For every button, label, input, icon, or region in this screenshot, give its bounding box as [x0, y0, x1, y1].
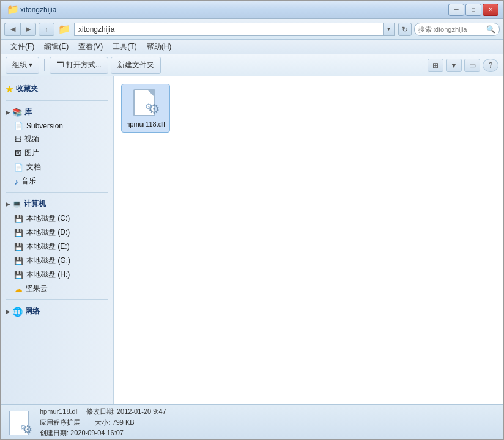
status-info: hpmur118.dll 修改日期: 2012-01-20 9:47 应用程序扩… [40, 406, 166, 439]
computer-icon: 💻 [12, 200, 21, 208]
star-icon: ★ [6, 84, 13, 94]
menu-help[interactable]: 帮助(H) [142, 40, 177, 53]
minimize-button[interactable]: ─ [448, 4, 464, 16]
file-area: ⚙ ⚙ hpmur118.dll [114, 76, 503, 404]
menu-edit[interactable]: 编辑(E) [39, 40, 73, 53]
sidebar-favorites-header[interactable]: ★ 收藏夹 [1, 81, 113, 97]
view-dropdown-button[interactable]: ▼ [446, 59, 462, 72]
disk-e-icon: 💾 [14, 243, 23, 251]
titlebar-controls: ─ □ ✕ [448, 4, 498, 16]
back-button[interactable]: ◀ [4, 23, 20, 36]
computer-expand-arrow: ▶ [6, 201, 10, 207]
new-folder-button[interactable]: 新建文件夹 [111, 57, 161, 74]
disk-h-label: 本地磁盘 (H:) [26, 270, 70, 280]
sidebar-item-disk-g[interactable]: 💾 本地磁盘 (G:) [1, 254, 113, 268]
gear-small-icon: ⚙ [145, 101, 153, 111]
sidebar-computer-header[interactable]: ▶ 💻 计算机 [1, 196, 113, 211]
jgg-label: 坚果云 [26, 284, 48, 294]
disk-d-label: 本地磁盘 (D:) [26, 227, 70, 238]
file-item-dll[interactable]: ⚙ ⚙ hpmur118.dll [121, 84, 170, 133]
status-type: 应用程序扩展 [40, 419, 80, 426]
help-button[interactable]: ? [483, 59, 498, 72]
library-icon: 📚 [12, 108, 22, 117]
maximize-button[interactable]: □ [465, 4, 481, 16]
disk-c-icon: 💾 [14, 215, 23, 223]
status-file-icon: ⚙ ⚙ [8, 409, 32, 436]
network-label: 网络 [25, 306, 40, 317]
menu-file[interactable]: 文件(F) [6, 40, 39, 53]
favorites-label: 收藏夹 [16, 84, 38, 94]
network-expand-arrow: ▶ [6, 309, 10, 315]
music-icon: ♪ [14, 177, 18, 186]
status-size: 大小: 799 KB [95, 419, 134, 426]
sidebar-library-header[interactable]: ▶ 📚 库 [1, 105, 113, 120]
disk-h-icon: 💾 [14, 271, 23, 279]
status-line-3: 创建日期: 2020-09-04 16:07 [40, 428, 166, 439]
details-pane-button[interactable]: ▭ [464, 59, 480, 72]
image-icon: 🖼 [14, 149, 21, 158]
sidebar-item-image[interactable]: 🖼 图片 [1, 146, 113, 160]
sidebar-item-music[interactable]: ♪ 音乐 [1, 174, 113, 188]
sidebar-divider-2 [6, 192, 108, 193]
menu-view[interactable]: 查看(V) [73, 40, 108, 53]
status-created: 创建日期: 2020-09-04 16:07 [40, 429, 124, 436]
toolbar: 组织 ▾ 🗔 打开方式... 新建文件夹 ⊞ ▼ ▭ ? [1, 54, 503, 76]
disk-g-icon: 💾 [14, 257, 23, 265]
status-gear-small-icon: ⚙ [20, 424, 26, 431]
toolbar-right: ⊞ ▼ ▭ ? [428, 59, 498, 72]
dll-file-icon: ⚙ ⚙ [131, 88, 160, 117]
refresh-button[interactable]: ↻ [398, 23, 412, 36]
address-bar-container: xitongzhijia ▼ [74, 23, 395, 36]
titlebar-folder-icon: 📁 [7, 4, 19, 15]
doc-label: 文档 [26, 162, 41, 172]
disk-e-label: 本地磁盘 (E:) [26, 241, 70, 252]
organize-button[interactable]: 组织 ▾ [6, 57, 39, 74]
forward-button[interactable]: ▶ [20, 23, 36, 36]
status-filename: hpmur118.dll [40, 408, 79, 415]
disk-g-label: 本地磁盘 (G:) [26, 255, 70, 266]
open-button[interactable]: 🗔 打开方式... [50, 57, 108, 74]
file-label: hpmur118.dll [126, 120, 165, 128]
image-label: 图片 [24, 148, 39, 158]
sidebar-divider-3 [6, 299, 108, 300]
search-box: 🔍 [414, 23, 500, 36]
jgg-icon: ☁ [14, 284, 23, 294]
sidebar-item-disk-c[interactable]: 💾 本地磁盘 (C:) [1, 211, 113, 226]
music-label: 音乐 [21, 176, 36, 186]
up-button[interactable]: ↑ [39, 23, 54, 36]
sidebar-item-subversion[interactable]: 📄 Subversion [1, 120, 113, 132]
main-content: ★ 收藏夹 ▶ 📚 库 📄 Subversion 🎞 视频 🖼 图片 📄 文档 … [1, 76, 503, 404]
disk-d-icon: 💾 [14, 229, 23, 237]
sidebar-item-doc[interactable]: 📄 文档 [1, 160, 113, 174]
subversion-label: Subversion [26, 122, 63, 130]
disk-c-label: 本地磁盘 (C:) [26, 213, 70, 224]
sidebar-item-disk-h[interactable]: 💾 本地磁盘 (H:) [1, 268, 113, 282]
sidebar-divider-1 [6, 100, 108, 101]
library-expand-arrow: ▶ [6, 109, 10, 116]
menubar: 文件(F) 编辑(E) 查看(V) 工具(T) 帮助(H) [1, 40, 503, 54]
toolbar-separator [44, 59, 45, 72]
menu-tools[interactable]: 工具(T) [108, 40, 141, 53]
status-modified: 修改日期: 2012-01-20 9:47 [86, 408, 166, 415]
search-icon: 🔍 [486, 25, 495, 34]
addressbar: ◀ ▶ ↑ 📁 xitongzhijia ▼ ↻ 🔍 [1, 19, 503, 40]
view-button[interactable]: ⊞ [428, 59, 443, 72]
address-input[interactable]: xitongzhijia [74, 23, 384, 36]
status-line-1: hpmur118.dll 修改日期: 2012-01-20 9:47 [40, 406, 166, 417]
search-input[interactable] [418, 26, 486, 33]
sidebar-item-video[interactable]: 🎞 视频 [1, 132, 113, 146]
close-button[interactable]: ✕ [483, 4, 498, 16]
sidebar-item-disk-d[interactable]: 💾 本地磁盘 (D:) [1, 226, 113, 240]
sidebar-item-disk-e[interactable]: 💾 本地磁盘 (E:) [1, 240, 113, 254]
video-icon: 🎞 [14, 135, 21, 144]
doc-icon: 📄 [14, 163, 23, 172]
computer-label: 计算机 [24, 199, 46, 209]
sidebar-item-jgg[interactable]: ☁ 坚果云 [1, 282, 113, 296]
address-dropdown[interactable]: ▼ [384, 23, 395, 36]
sidebar-network-header[interactable]: ▶ 🌐 网络 [1, 304, 113, 319]
titlebar: 📁 xitongzhijia ─ □ ✕ [1, 1, 503, 19]
sidebar: ★ 收藏夹 ▶ 📚 库 📄 Subversion 🎞 视频 🖼 图片 📄 文档 … [1, 76, 114, 404]
status-line-2: 应用程序扩展 大小: 799 KB [40, 417, 166, 428]
network-icon: 🌐 [12, 307, 23, 317]
subversion-icon: 📄 [14, 122, 23, 130]
